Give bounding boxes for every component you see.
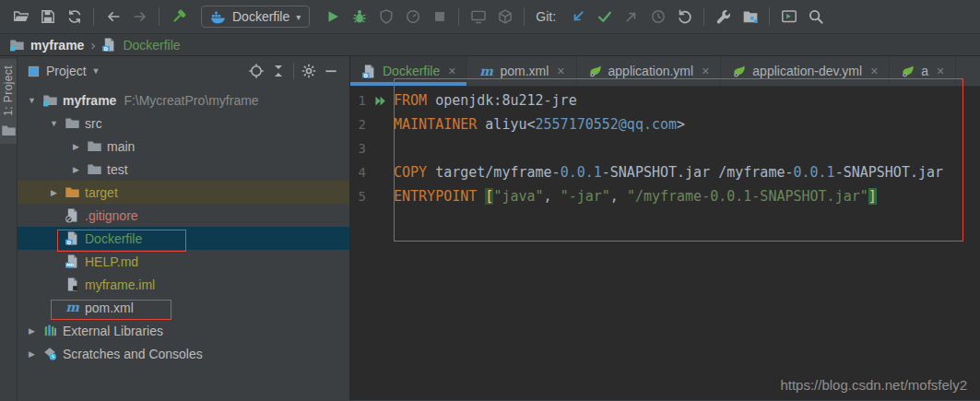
run-icon[interactable] <box>321 6 344 29</box>
settings-wrench-icon[interactable] <box>712 6 735 29</box>
chevron-down-icon: ▾ <box>296 12 301 22</box>
tree-item-myframe[interactable]: ▼myframeF:\MycreatPro\myframe <box>18 88 349 112</box>
watermark-url: https://blog.csdn.net/mofsfely2 <box>780 377 967 393</box>
run-line-icon[interactable] <box>373 94 387 108</box>
project-tree: ▼myframeF:\MycreatPro\myframe▼src▶main▶t… <box>18 86 349 400</box>
tab-close-icon[interactable]: × <box>702 64 709 78</box>
main-toolbar: Dockerfile▾Git: <box>0 0 980 34</box>
code-token: 2557170552@qq.com <box>536 116 678 133</box>
tree-expanded-arrow-icon[interactable]: ▼ <box>23 96 41 105</box>
gear-icon[interactable] <box>298 60 320 82</box>
revert-icon[interactable] <box>673 6 696 29</box>
tree-item-dockerfile[interactable]: DDockerfile <box>18 227 349 250</box>
tree-item-main[interactable]: ▶main <box>18 135 349 158</box>
editor-gutter: 12345 <box>350 88 394 400</box>
project-panel-title[interactable]: Project <box>46 64 87 78</box>
editor-tabs: DDockerfile×mpom.xml×application.yml×app… <box>350 56 980 87</box>
spring-icon <box>901 64 915 78</box>
code-content[interactable]: FROM openjdk:8u212-jreMAINTAINER aliyu<2… <box>394 88 980 400</box>
tree-collapsed-arrow-icon[interactable]: ▶ <box>67 165 85 174</box>
tree-collapsed-arrow-icon[interactable]: ▶ <box>23 326 41 336</box>
collapse-all-icon[interactable] <box>267 60 289 82</box>
vcs-commit-icon[interactable] <box>593 6 616 29</box>
back-icon[interactable] <box>101 6 124 29</box>
tree-collapsed-arrow-icon[interactable]: ▶ <box>67 142 85 151</box>
project-structure-icon[interactable] <box>738 6 762 29</box>
code-line-1: FROM openjdk:8u212-jre <box>394 88 980 112</box>
chevron-down-icon[interactable]: ▼ <box>92 66 100 76</box>
tree-item-gitignore[interactable]: .gitignore <box>18 204 349 227</box>
tab-application-yml[interactable]: application.yml× <box>577 56 722 86</box>
toolbar-separator <box>703 7 704 26</box>
code-token: -SNAPSHOT.jar /myframe- <box>602 164 794 181</box>
tree-expanded-arrow-icon[interactable]: ▼ <box>45 119 63 128</box>
search-icon[interactable] <box>804 6 827 29</box>
tree-item-help-md[interactable]: MDHELP.md <box>18 250 349 273</box>
tree-item-test[interactable]: ▶test <box>18 158 349 181</box>
code-token: aliyu< <box>477 116 535 133</box>
code-token: FROM <box>394 92 427 109</box>
terminal-icon[interactable] <box>777 6 800 29</box>
line-number: 5 <box>357 189 366 204</box>
scratches-icon <box>41 346 58 361</box>
gutter-line-4: 4 <box>350 160 394 184</box>
toolbar-separator <box>93 7 94 26</box>
tree-item-scratches-and-consoles[interactable]: ▶Scratches and Consoles <box>18 342 349 365</box>
tab-a[interactable]: a× <box>890 56 956 86</box>
code-line-4: COPY target/myframe-0.0.1-SNAPSHOT.jar /… <box>394 160 980 184</box>
toolbar-separator <box>769 7 770 26</box>
build-hammer-icon[interactable] <box>167 6 190 29</box>
forward-icon <box>128 6 151 29</box>
tab-pom-xml[interactable]: mpom.xml× <box>467 56 576 86</box>
code-token: , <box>544 188 561 205</box>
tab-close-icon[interactable]: × <box>937 64 944 78</box>
run-config-selector[interactable]: Dockerfile▾ <box>201 6 310 28</box>
tab-close-icon[interactable]: × <box>448 64 455 78</box>
tab-label: a <box>921 64 928 78</box>
breadcrumb-item-myframe[interactable]: myframe <box>9 37 84 53</box>
tree-item-path: F:\MycreatPro\myframe <box>124 93 258 108</box>
tree-collapsed-arrow-icon[interactable]: ▶ <box>45 188 63 197</box>
stop-icon <box>428 6 451 29</box>
code-token: 0.0.1 <box>794 164 835 181</box>
open-folder-icon[interactable] <box>9 6 32 29</box>
tab-close-icon[interactable]: × <box>870 64 878 78</box>
project-tool-window-button[interactable]: 1: Project <box>0 59 17 144</box>
git-label: Git: <box>536 9 556 24</box>
save-icon[interactable] <box>36 6 59 29</box>
tree-item-target[interactable]: ▶target <box>18 181 349 204</box>
tree-item-myframe-iml[interactable]: myframe.iml <box>18 273 349 296</box>
folder-icon <box>86 138 102 154</box>
tab-close-icon[interactable]: × <box>557 64 564 78</box>
tab-application-dev-yml[interactable]: application-dev.yml× <box>721 56 890 86</box>
breadcrumb-item-dockerfile[interactable]: DDockerfile <box>101 37 180 53</box>
tab-label: application.yml <box>608 64 694 78</box>
debug-icon[interactable] <box>348 6 371 29</box>
breadcrumb-label: myframe <box>30 38 84 53</box>
gutter-line-2: 2 <box>350 112 394 136</box>
tree-item-pom-xml[interactable]: mpom.xml <box>18 296 349 319</box>
project-folder-icon <box>41 92 58 108</box>
tree-item-external-libraries[interactable]: ▶External Libraries <box>18 319 349 342</box>
breadcrumb-label: Dockerfile <box>123 38 180 53</box>
tab-dockerfile[interactable]: DDockerfile× <box>350 56 467 86</box>
tab-label: application-dev.yml <box>752 64 862 78</box>
tree-item-src[interactable]: ▼src <box>18 112 349 135</box>
project-folder-icon <box>9 37 25 53</box>
locate-icon[interactable] <box>245 60 267 82</box>
project-view-icon <box>27 65 41 78</box>
gitignore-file-icon <box>64 207 80 223</box>
gutter-line-3: 3 <box>350 136 394 160</box>
dependencies-icon <box>493 6 516 29</box>
minimize-icon[interactable] <box>320 60 342 82</box>
vcs-update-icon[interactable] <box>566 6 589 29</box>
folder-icon <box>1 123 17 138</box>
tree-collapsed-arrow-icon[interactable]: ▶ <box>23 349 41 359</box>
spring-icon <box>588 64 603 78</box>
code-editor[interactable]: 12345 FROM openjdk:8u212-jreMAINTAINER a… <box>350 87 980 400</box>
code-token <box>477 188 485 205</box>
sync-icon[interactable] <box>63 6 86 29</box>
toolbar-separator <box>458 7 459 26</box>
toolbar-separator <box>524 7 525 26</box>
code-token: , <box>610 188 627 205</box>
